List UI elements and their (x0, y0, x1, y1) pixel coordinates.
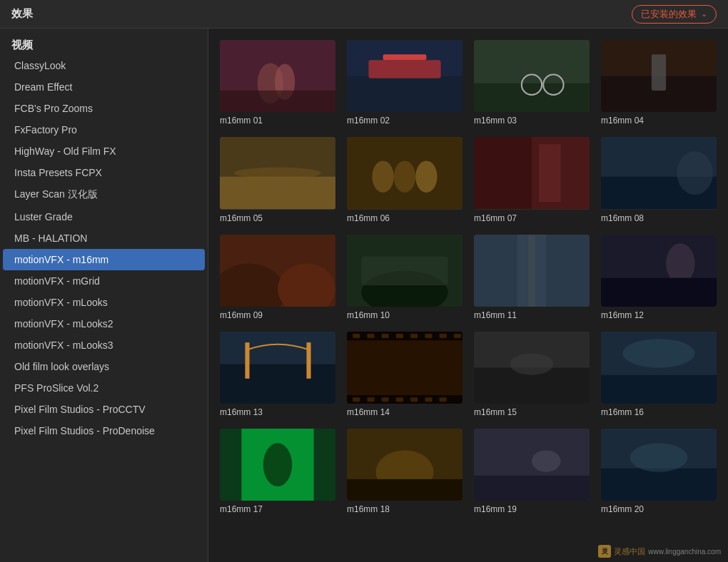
sidebar-item-motionvfx-mgrid[interactable]: motionVFX - mGrid (3, 270, 205, 292)
thumbnail-label-m16mm-01: m16mm 01 (220, 116, 335, 126)
thumbnail-label-m16mm-11: m16mm 11 (474, 310, 590, 320)
sidebar-item-fxfactory-pro[interactable]: FxFactory Pro (3, 119, 205, 140)
svg-rect-48 (353, 334, 360, 338)
grid-item-m16mm-17[interactable]: m16mm 17 (220, 429, 335, 514)
svg-rect-24 (539, 144, 560, 202)
grid-item-m16mm-05[interactable]: m16mm 05 (220, 137, 335, 223)
grid-item-m16mm-06[interactable]: m16mm 06 (347, 137, 462, 223)
sidebar-item-motionvfx-mlooks2[interactable]: motionVFX - mLooks2 (3, 313, 205, 334)
thumbnail-m16mm-10 (347, 235, 462, 307)
thumbnail-label-m16mm-14: m16mm 14 (347, 407, 462, 417)
svg-rect-62 (440, 397, 447, 402)
grid-item-m16mm-01[interactable]: m16mm 01 (220, 40, 335, 126)
svg-rect-59 (396, 397, 403, 402)
svg-point-21 (415, 161, 437, 193)
thumbnail-label-m16mm-09: m16mm 09 (220, 310, 335, 320)
svg-rect-53 (425, 334, 432, 338)
main-layout: 视频 ClassyLookDream EffectFCB's Pro Zooms… (0, 29, 728, 562)
sidebar-item-pixel-film-prodenoise[interactable]: Pixel Film Studios - ProDenoise (3, 420, 205, 441)
thumbnail-label-m16mm-10: m16mm 10 (347, 310, 462, 320)
thumbnail-label-m16mm-03: m16mm 03 (474, 116, 590, 126)
svg-point-19 (372, 161, 393, 193)
thumbnail-m16mm-05 (220, 137, 335, 209)
svg-rect-43 (307, 342, 311, 379)
thumbnail-m16mm-16 (601, 332, 717, 404)
svg-rect-36 (528, 235, 535, 307)
installed-effects-button[interactable]: 已安装的效果 ⌄ (632, 5, 717, 24)
grid-item-m16mm-20[interactable]: m16mm 20 (601, 429, 717, 514)
sidebar-item-mb-halation[interactable]: MB - HALATION (3, 228, 205, 249)
thumbnail-label-m16mm-20: m16mm 20 (601, 504, 717, 514)
thumbnail-m16mm-18 (347, 429, 462, 501)
grid-item-m16mm-03[interactable]: m16mm 03 (474, 40, 590, 126)
svg-rect-57 (367, 397, 374, 402)
svg-rect-42 (245, 342, 249, 379)
thumbnail-label-m16mm-08: m16mm 08 (601, 213, 717, 223)
grid-item-m16mm-15[interactable]: m16mm 15 (474, 332, 590, 417)
sidebar-item-dream-effect[interactable]: Dream Effect (3, 76, 205, 98)
svg-point-80 (630, 443, 688, 472)
grid-item-m16mm-11[interactable]: m16mm 11 (474, 235, 590, 320)
grid-item-m16mm-13[interactable]: m16mm 13 (220, 332, 335, 417)
svg-point-17 (234, 168, 321, 179)
svg-rect-16 (220, 177, 335, 210)
svg-rect-5 (347, 76, 462, 113)
sidebar-item-classylook[interactable]: ClassyLook (3, 55, 205, 76)
sidebar-item-motionvfx-m16mm[interactable]: motionVFX - m16mm (3, 249, 205, 270)
svg-rect-6 (383, 54, 427, 60)
sidebar-item-pfs-proslice[interactable]: PFS ProSlice Vol.2 (3, 377, 205, 399)
sidebar-item-insta-presets[interactable]: Insta Presets FCPX (3, 162, 205, 183)
sidebar: 视频 ClassyLookDream EffectFCB's Pro Zooms… (0, 29, 208, 562)
sidebar-item-motionvfx-mlooks[interactable]: motionVFX - mLooks (3, 292, 205, 313)
grid-item-m16mm-09[interactable]: m16mm 09 (220, 235, 335, 320)
svg-rect-3 (220, 91, 335, 112)
thumbnail-m16mm-11 (474, 235, 590, 307)
thumbnail-label-m16mm-19: m16mm 19 (474, 504, 590, 514)
grid-item-m16mm-04[interactable]: m16mm 04 (601, 40, 717, 126)
thumbnail-m16mm-03 (474, 40, 590, 112)
thumbnail-label-m16mm-04: m16mm 04 (601, 116, 717, 126)
svg-rect-56 (353, 397, 360, 402)
grid-item-m16mm-10[interactable]: m16mm 10 (347, 235, 462, 320)
grid-item-m16mm-14[interactable]: m16mm 14 (347, 332, 462, 417)
watermark-logo: 灵 (598, 545, 611, 558)
svg-rect-54 (440, 334, 447, 338)
grid-item-m16mm-19[interactable]: m16mm 19 (474, 429, 590, 514)
svg-rect-39 (601, 277, 717, 307)
svg-rect-9 (474, 83, 590, 113)
svg-rect-55 (454, 334, 461, 338)
thumbnail-m16mm-12 (601, 235, 717, 307)
svg-rect-33 (361, 256, 448, 285)
grid-item-m16mm-16[interactable]: m16mm 16 (601, 332, 717, 417)
thumbnail-m16mm-08 (601, 137, 717, 209)
thumbnail-m16mm-15 (474, 332, 590, 404)
sidebar-item-fcb-pro-zooms[interactable]: FCB's Pro Zooms (3, 98, 205, 119)
sidebar-item-highway-old-film[interactable]: HighWay - Old Film FX (3, 140, 205, 162)
svg-point-27 (677, 152, 713, 195)
svg-rect-50 (382, 334, 389, 338)
svg-rect-14 (652, 54, 666, 91)
sidebar-item-layer-scan[interactable]: Layer Scan 汉化版 (3, 183, 205, 206)
svg-point-20 (394, 161, 415, 193)
thumbnail-m16mm-20 (601, 429, 717, 501)
app-header: 效果 已安装的效果 ⌄ (0, 0, 728, 29)
grid-item-m16mm-07[interactable]: m16mm 07 (474, 137, 590, 223)
sidebar-item-motionvfx-mlooks3[interactable]: motionVFX - mLooks3 (3, 334, 205, 356)
svg-point-68 (622, 339, 694, 368)
page-title: 效果 (11, 7, 33, 21)
sidebar-item-old-film-overlays[interactable]: Old film look overlays (3, 356, 205, 377)
installed-effects-label: 已安装的效果 (641, 8, 697, 21)
svg-rect-60 (410, 397, 418, 402)
grid-item-m16mm-02[interactable]: m16mm 02 (347, 40, 462, 126)
grid-item-m16mm-08[interactable]: m16mm 08 (601, 137, 717, 223)
thumbnail-label-m16mm-15: m16mm 15 (474, 407, 590, 417)
grid-item-m16mm-18[interactable]: m16mm 18 (347, 429, 462, 514)
svg-rect-7 (368, 60, 440, 78)
grid-item-m16mm-12[interactable]: m16mm 12 (601, 235, 717, 320)
thumbnail-m16mm-07 (474, 137, 590, 209)
svg-rect-58 (382, 397, 389, 402)
svg-rect-67 (601, 375, 717, 404)
sidebar-item-luster-grade[interactable]: Luster Grade (3, 206, 205, 228)
sidebar-section-video: 视频 (0, 34, 208, 55)
sidebar-item-pixel-film-proCCTV[interactable]: Pixel Film Studios - ProCCTV (3, 399, 205, 420)
